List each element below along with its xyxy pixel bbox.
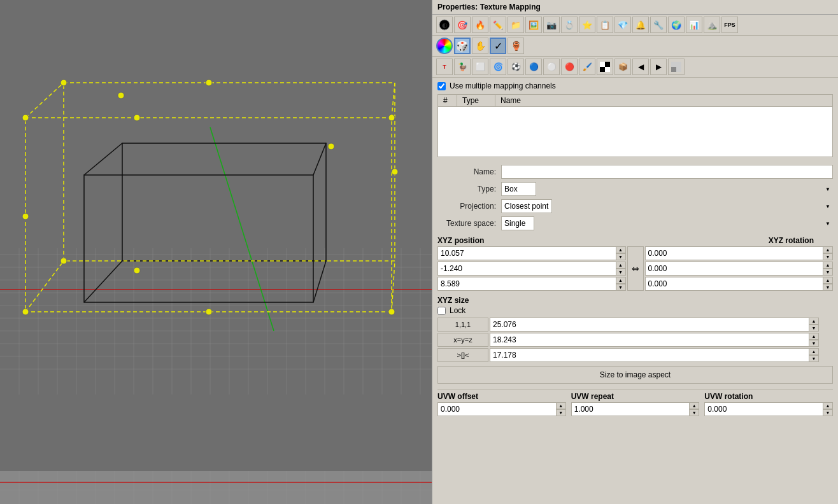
map-t1-btn[interactable]: T [436,59,453,75]
map-sphere1-btn[interactable]: 🌀 [490,59,506,75]
rot-y-up[interactable]: ▲ [823,262,833,269]
map-sphere2-btn[interactable]: 🔵 [525,59,542,75]
svg-point-57 [206,80,212,86]
uvw-repeat-down[interactable]: ▼ [689,409,699,416]
map-paint-btn[interactable]: 🖌️ [579,59,595,75]
globe-btn[interactable]: 🌍 [668,17,685,33]
projection-select[interactable]: Closest point Front [501,199,552,213]
tools-btn[interactable]: 🔧 [650,17,667,33]
size-val-2-input[interactable] [490,333,819,347]
svg-rect-0 [0,0,432,471]
size-3-up[interactable]: ▲ [809,348,819,355]
pos-y-up[interactable]: ▲ [616,262,626,269]
map-left-arrow-btn[interactable]: ◀ [632,59,649,75]
mountain-btn[interactable]: ⛰️ [704,17,720,33]
image-frame-btn[interactable]: 🖼️ [525,17,542,33]
vase-btn[interactable]: 🏺 [508,38,524,54]
multiple-channels-checkbox[interactable] [437,82,446,90]
size-2-up[interactable]: ▲ [809,333,819,340]
rot-x-up[interactable]: ▲ [823,246,833,253]
uvw-rotation-down[interactable]: ▼ [823,409,833,416]
size-val-3-input[interactable] [490,348,819,362]
rot-x-input[interactable] [645,246,834,260]
map-end-btn[interactable] [668,59,685,75]
pos-y-down[interactable]: ▼ [616,269,626,276]
size-1-up[interactable]: ▲ [809,318,819,325]
gem-btn[interactable]: 💎 [614,17,631,33]
pos-z-spinner: ▲ ▼ [616,277,626,291]
pencil-btn[interactable]: ✏️ [490,17,506,33]
checkmark-btn[interactable]: ✓ [490,38,506,54]
ring-btn[interactable]: 💍 [561,17,578,33]
name-input[interactable] [501,165,833,179]
texture-space-select[interactable]: Single Multiple [501,216,534,230]
size-val-2-wrapper: ▲ ▼ [490,333,819,347]
size-lock-checkbox[interactable] [437,307,446,315]
uvw-offset-up[interactable]: ▲ [556,402,566,409]
size-label-1-btn[interactable]: 1,1,1 [437,318,488,332]
list-btn[interactable]: 📋 [597,17,613,33]
chart-btn[interactable]: 📊 [686,17,702,33]
map-red-btn[interactable]: 🔴 [561,59,578,75]
svg-rect-95 [671,62,676,67]
map-checker-btn[interactable]: ⬜ [472,59,488,75]
size-2-down[interactable]: ▼ [809,340,819,347]
map-box-btn[interactable]: 📦 [614,59,631,75]
rot-y-input[interactable] [645,262,834,276]
fps-btn[interactable]: FPS [721,17,738,33]
uvw-offset-input[interactable] [437,402,566,416]
size-val-1-input[interactable] [490,318,819,332]
hand-point-btn[interactable]: ✋ [472,38,488,54]
pos-z-down[interactable]: ▼ [616,284,626,291]
color-sphere-btn[interactable] [436,38,453,54]
bell-btn[interactable]: 🔔 [632,17,649,33]
size-row-2: x=y=z ▲ ▼ [437,333,833,347]
map-soccer-btn[interactable]: ⚽ [508,59,524,75]
rot-z-up[interactable]: ▲ [823,277,833,284]
camera-btn[interactable]: 📷 [543,17,560,33]
uvw-offset-down[interactable]: ▼ [556,409,566,416]
pos-z-up[interactable]: ▲ [616,277,626,284]
size-to-image-btn[interactable]: Size to image aspect [437,366,833,384]
xyz-center-btn[interactable]: ⇔ [627,246,644,291]
map-sphere3-btn[interactable]: ⚪ [543,59,560,75]
map-duck-btn[interactable]: 🦆 [454,59,471,75]
size-3-down[interactable]: ▼ [809,355,819,362]
svg-point-60 [206,309,212,315]
pos-x-down[interactable]: ▼ [616,253,626,260]
color-wheel-btn[interactable]: ◐ [436,17,453,33]
uvw-rotation-up[interactable]: ▲ [823,402,833,409]
viewport-3d[interactable] [0,0,432,504]
uvw-repeat-spinner: ▲ ▼ [689,402,699,416]
rot-y-down[interactable]: ▼ [823,269,833,276]
flame-btn[interactable]: 🔥 [472,17,488,33]
pos-x-input[interactable] [437,246,626,260]
material-target-btn[interactable]: 🎯 [454,17,471,33]
channels-table-body[interactable] [437,106,833,157]
rot-x-down[interactable]: ▼ [823,253,833,260]
rot-z-wrapper: ▲ ▼ [645,277,834,291]
folder-btn[interactable]: 📁 [508,17,524,33]
svg-point-49 [388,115,395,121]
pos-y-input[interactable] [437,262,626,276]
star-btn[interactable]: ⭐ [579,17,595,33]
rot-z-down[interactable]: ▼ [823,284,833,291]
size-val-3-spinner: ▲ ▼ [809,348,819,362]
uvw-rotation-input[interactable] [704,402,833,416]
uvw-repeat-up[interactable]: ▲ [689,402,699,409]
type-select[interactable]: Box Sphere Cylinder Flat UV [501,182,536,196]
size-label-2-btn[interactable]: x=y=z [437,333,488,347]
toolbar-row-1: ◐ 🎯 🔥 ✏️ 📁 🖼️ 📷 💍 ⭐ 📋 💎 🔔 🔧 🌍 📊 ⛰️ FPS [432,15,838,36]
rot-z-input[interactable] [645,277,834,291]
size-1-down[interactable]: ▼ [809,325,819,332]
pos-x-up[interactable]: ▲ [616,246,626,253]
uvw-repeat-input[interactable] [571,402,700,416]
map-right-arrow-btn[interactable]: ▶ [650,59,667,75]
pos-z-input[interactable] [437,277,626,291]
uvw-offset-label: UVW offset [437,392,566,401]
map-checker2-btn[interactable] [597,59,613,75]
texture-cube-btn[interactable]: 🎲 [454,38,471,54]
size-label-3-btn[interactable]: >[]< [437,348,488,362]
uvw-repeat-wrap: ▲ ▼ [571,402,700,416]
svg-rect-98 [676,67,681,72]
